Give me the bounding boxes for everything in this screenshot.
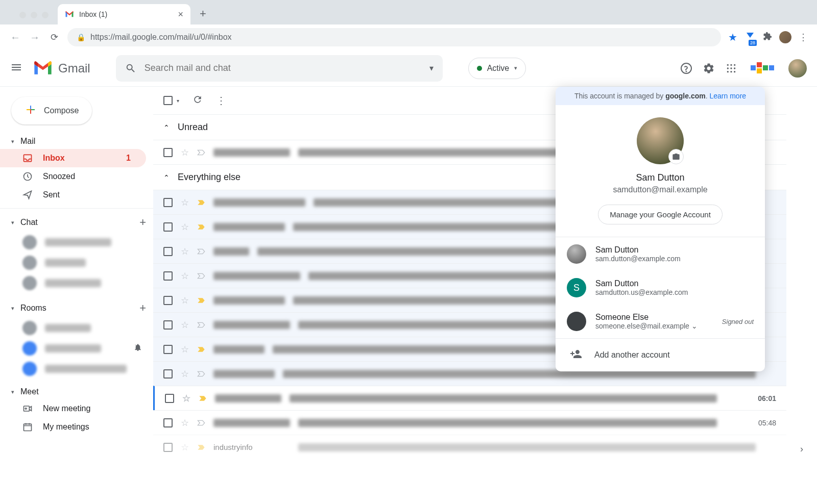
- meet-section-header[interactable]: ▾ Meet: [0, 384, 153, 399]
- row-checkbox[interactable]: [163, 198, 173, 207]
- row-checkbox[interactable]: [165, 394, 174, 403]
- settings-button[interactable]: [703, 62, 715, 74]
- chat-contact[interactable]: [0, 273, 153, 293]
- star-icon[interactable]: ☆: [181, 368, 189, 380]
- important-icon[interactable]: [197, 248, 205, 255]
- important-icon[interactable]: [197, 370, 205, 377]
- nav-new-meeting[interactable]: New meeting: [0, 399, 153, 418]
- row-checkbox[interactable]: [163, 443, 173, 452]
- room-item[interactable]: [0, 338, 153, 359]
- rooms-section-header[interactable]: ▾ Rooms +: [0, 298, 153, 318]
- account-popup: This account is managed by google.com. L…: [556, 87, 765, 371]
- manage-account-button[interactable]: Manage your Google Account: [598, 205, 723, 224]
- row-checkbox[interactable]: [163, 148, 173, 157]
- header-right: [680, 59, 807, 78]
- important-icon[interactable]: [197, 321, 205, 329]
- chat-contact[interactable]: [0, 232, 153, 253]
- star-icon[interactable]: ☆: [181, 344, 189, 355]
- row-checkbox[interactable]: [163, 271, 173, 281]
- forward-button[interactable]: →: [29, 32, 41, 43]
- row-checkbox[interactable]: [163, 222, 173, 232]
- refresh-button[interactable]: [193, 94, 203, 107]
- compose-button[interactable]: Compose: [11, 97, 92, 124]
- url-bar[interactable]: 🔒 https://mail.google.com/mail/u/0/#inbo…: [67, 28, 721, 46]
- svg-point-2: [727, 64, 729, 65]
- star-icon[interactable]: ☆: [181, 270, 189, 282]
- room-item[interactable]: [0, 359, 153, 379]
- more-button[interactable]: ⋮: [216, 94, 226, 107]
- gmail-logo[interactable]: Gmail: [33, 61, 90, 76]
- nav-snoozed[interactable]: Snoozed: [0, 167, 153, 186]
- new-tab-button[interactable]: +: [190, 7, 215, 24]
- sent-icon: [22, 190, 33, 200]
- maximize-window-icon[interactable]: [42, 12, 49, 18]
- star-icon[interactable]: ☆: [181, 319, 189, 331]
- account-row[interactable]: Someone Else someone.else@mail.example ⌄…: [556, 305, 765, 338]
- everything-else-label: Everything else: [178, 172, 241, 183]
- account-avatar[interactable]: [788, 59, 807, 78]
- extensions-menu-icon[interactable]: [763, 32, 772, 43]
- star-icon[interactable]: ☆: [181, 197, 189, 208]
- important-icon[interactable]: [199, 395, 207, 402]
- star-icon[interactable]: ☆: [181, 295, 189, 306]
- minimize-window-icon[interactable]: [31, 12, 37, 18]
- browser-menu-icon[interactable]: ⋮: [799, 32, 808, 43]
- account-row[interactable]: Sam Dutton sam.dutton@example.com: [556, 237, 765, 271]
- star-icon[interactable]: ☆: [182, 393, 190, 404]
- email-row[interactable]: ☆06:01: [153, 386, 786, 410]
- email-row[interactable]: ☆05:48: [153, 410, 786, 435]
- important-icon[interactable]: [197, 444, 205, 451]
- add-room-button[interactable]: +: [139, 301, 146, 315]
- row-checkbox[interactable]: [163, 345, 173, 354]
- browser-tab[interactable]: Inbox (1) ×: [58, 4, 190, 24]
- main-menu-button[interactable]: [10, 61, 22, 75]
- row-checkbox[interactable]: [163, 247, 173, 256]
- profile-avatar-icon[interactable]: [779, 31, 791, 43]
- show-side-panel-icon[interactable]: ›: [800, 444, 803, 455]
- tab-close-icon[interactable]: ×: [178, 9, 183, 20]
- star-icon[interactable]: ☆: [181, 442, 189, 453]
- chat-contact[interactable]: [0, 253, 153, 273]
- important-icon[interactable]: [197, 419, 205, 426]
- apps-button[interactable]: [725, 62, 737, 74]
- status-pill[interactable]: Active ▾: [468, 58, 526, 79]
- chat-section-header[interactable]: ▾ Chat +: [0, 213, 153, 232]
- important-icon[interactable]: [197, 346, 205, 353]
- room-item[interactable]: [0, 318, 153, 338]
- important-icon[interactable]: [197, 223, 205, 231]
- star-icon[interactable]: ☆: [181, 221, 189, 233]
- back-button[interactable]: ←: [9, 32, 21, 43]
- select-all-checkbox[interactable]: [163, 96, 173, 105]
- email-row[interactable]: ☆industryinfo: [153, 435, 786, 459]
- row-checkbox[interactable]: [163, 296, 173, 305]
- mail-section-header[interactable]: ▾ Mail: [0, 134, 153, 149]
- important-icon[interactable]: [197, 272, 205, 280]
- star-icon[interactable]: ☆: [181, 246, 189, 257]
- account-name: Sam Dutton: [566, 172, 755, 183]
- close-window-icon[interactable]: [19, 12, 26, 18]
- nav-inbox[interactable]: Inbox 1: [0, 149, 146, 167]
- star-icon[interactable]: ☆: [181, 147, 189, 158]
- select-dropdown-icon[interactable]: ▾: [177, 98, 179, 104]
- important-icon[interactable]: [197, 149, 205, 156]
- bookmark-star-icon[interactable]: ★: [728, 31, 737, 43]
- search-box[interactable]: ▾: [116, 55, 443, 82]
- add-account-button[interactable]: Add another account: [556, 338, 765, 371]
- row-checkbox[interactable]: [163, 320, 173, 330]
- search-input[interactable]: [145, 63, 421, 73]
- nav-my-meetings[interactable]: My meetings: [0, 418, 153, 436]
- extension-badge[interactable]: 28: [744, 31, 756, 44]
- row-checkbox[interactable]: [163, 369, 173, 379]
- reload-button[interactable]: ⟳: [48, 32, 60, 43]
- learn-more-link[interactable]: Learn more: [709, 92, 746, 100]
- important-icon[interactable]: [197, 297, 205, 304]
- account-row[interactable]: S Sam Dutton samdutton.us@example.com: [556, 271, 765, 305]
- add-chat-button[interactable]: +: [139, 216, 146, 229]
- important-icon[interactable]: [197, 199, 205, 206]
- nav-sent[interactable]: Sent: [0, 186, 153, 204]
- change-photo-button[interactable]: [668, 149, 684, 164]
- star-icon[interactable]: ☆: [181, 417, 189, 429]
- row-checkbox[interactable]: [163, 418, 173, 427]
- help-button[interactable]: [680, 62, 692, 74]
- search-options-icon[interactable]: ▾: [429, 63, 434, 73]
